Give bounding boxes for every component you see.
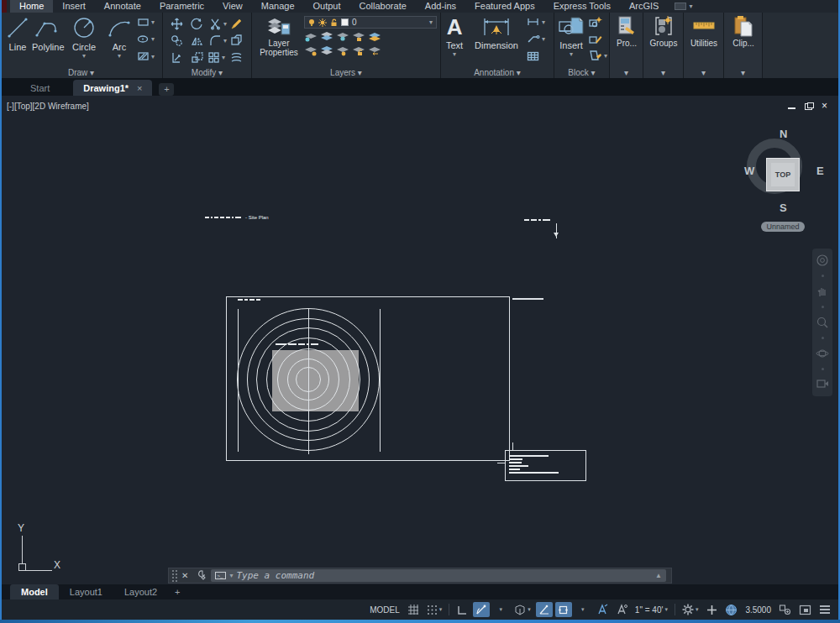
ribbon-tab-featured-apps[interactable]: Featured Apps — [465, 0, 544, 13]
isodraft-toggle[interactable]: ▾ — [512, 602, 533, 617]
viewcube-west[interactable]: W — [744, 165, 754, 177]
line-button[interactable]: Line — [5, 15, 30, 52]
isolate-objects-toggle[interactable] — [776, 602, 794, 617]
draw-panel-caption[interactable]: Draw ▾ — [0, 67, 162, 78]
ribbon-tab-arcgis[interactable]: ArcGIS — [620, 0, 668, 13]
navigation-wheel-icon[interactable] — [816, 254, 829, 267]
ribbon-tab-parametric[interactable]: Parametric — [150, 0, 213, 13]
layer-isolate-tool[interactable] — [320, 31, 336, 45]
new-drawing-button[interactable]: + — [159, 83, 174, 96]
modify-panel-caption[interactable]: Modify ▾ — [163, 67, 251, 78]
annotation-visibility-toggle[interactable] — [594, 602, 611, 617]
layer-unisolate-tool[interactable] — [320, 45, 336, 60]
viewcube-east[interactable]: E — [816, 165, 824, 177]
snap-toggle[interactable]: ▾ — [424, 602, 445, 617]
rectangle-tool[interactable]: ▾ — [137, 18, 155, 27]
utilities-button[interactable]: Utilities — [687, 15, 721, 48]
elevation-value[interactable]: 3.5000 — [743, 602, 774, 617]
layer-thaw-all-tool[interactable] — [336, 45, 352, 60]
command-input[interactable]: >_ ▾ Type a command ▲ — [211, 569, 666, 582]
layer-match-tool[interactable] — [368, 31, 384, 45]
viewcube-north[interactable]: N — [780, 128, 787, 140]
properties-panel-caption[interactable]: ▾ — [610, 67, 643, 78]
ribbon-tab-home[interactable]: Home — [10, 0, 53, 13]
groups-panel-caption[interactable]: ▾ — [643, 67, 683, 78]
arc-button[interactable]: Arc ▾ — [106, 15, 133, 60]
array-tool[interactable]: ▾ — [207, 51, 225, 64]
geographic-location-toggle[interactable] — [722, 602, 740, 617]
chevron-up-icon[interactable]: ▲ — [655, 572, 662, 579]
edit-block-tool[interactable] — [588, 34, 602, 45]
explode-tool[interactable] — [230, 34, 243, 47]
viewport-controls-label[interactable]: [-][Top][2D Wireframe] — [7, 102, 89, 111]
annotation-panel-caption[interactable]: Annotation ▾ — [441, 67, 554, 78]
leader-tool[interactable]: ▾ — [527, 34, 545, 44]
text-button[interactable]: A Text ▾ — [446, 15, 463, 58]
ribbon-tab-view[interactable]: View — [213, 0, 252, 13]
tab-layout2[interactable]: Layout2 — [113, 584, 168, 599]
offset-tool[interactable] — [230, 51, 243, 64]
copy-tool[interactable] — [171, 34, 183, 47]
close-icon[interactable]: × — [822, 102, 830, 110]
ortho-toggle[interactable] — [454, 602, 470, 617]
properties-button[interactable]: Pro... — [612, 15, 641, 48]
tab-layout1[interactable]: Layout1 — [59, 584, 113, 599]
restore-icon[interactable] — [805, 102, 813, 110]
ribbon-display-toggle[interactable]: ▾ — [675, 3, 692, 10]
define-attributes-tool[interactable]: ▾ — [588, 50, 607, 61]
showmotion-icon[interactable] — [816, 378, 829, 390]
groups-button[interactable]: Groups — [648, 15, 680, 48]
circle-button[interactable]: Circle ▾ — [71, 15, 97, 60]
layer-previous-tool[interactable] — [368, 45, 384, 60]
rotate-tool[interactable] — [191, 18, 203, 30]
layer-unlock-tool[interactable] — [352, 45, 368, 60]
clean-screen-toggle[interactable] — [796, 602, 814, 617]
grid-toggle[interactable] — [405, 602, 422, 617]
block-panel-caption[interactable]: Block ▾ — [554, 67, 609, 78]
minimize-icon[interactable] — [788, 102, 796, 110]
linear-dimension-tool[interactable]: ▾ — [527, 18, 545, 26]
object-snap-tracking-toggle[interactable] — [536, 602, 553, 617]
file-tab-start[interactable]: Start — [10, 80, 70, 96]
layer-freeze-tool[interactable] — [336, 31, 352, 45]
workspace-switching[interactable]: ▾ — [680, 602, 701, 617]
pan-icon[interactable] — [816, 285, 829, 298]
layers-panel-caption[interactable]: Layers ▾ — [252, 67, 440, 78]
layer-on-tool[interactable] — [304, 45, 320, 60]
annotation-autoscale-toggle[interactable] — [613, 602, 630, 617]
layer-properties-button[interactable]: Layer Properties — [256, 15, 302, 57]
move-tool[interactable] — [171, 18, 183, 30]
fillet-tool[interactable]: ▾ — [209, 34, 227, 47]
viewcube-ucs-badge[interactable]: Unnamed — [761, 222, 805, 232]
layer-select[interactable]: 0 ▾ — [304, 16, 437, 29]
file-tab-drawing1[interactable]: Drawing1* × — [73, 80, 152, 96]
ribbon-tab-express-tools[interactable]: Express Tools — [544, 0, 620, 13]
polyline-button[interactable]: Polyline — [32, 15, 65, 52]
ribbon-tab-addins[interactable]: Add-ins — [416, 0, 465, 13]
close-icon[interactable]: × — [137, 83, 142, 93]
dimension-button[interactable]: Dimension — [475, 15, 518, 50]
customization-menu[interactable] — [816, 602, 833, 617]
polar-tracking-toggle[interactable] — [473, 602, 490, 617]
zoom-extents-icon[interactable] — [816, 316, 829, 329]
ribbon-tab-annotate[interactable]: Annotate — [95, 0, 150, 13]
annotation-monitor-toggle[interactable] — [703, 602, 720, 617]
layer-off-tool[interactable] — [304, 31, 320, 45]
ellipse-tool[interactable]: ▾ — [137, 34, 155, 44]
drag-handle[interactable] — [172, 570, 177, 582]
customize-wrench-icon[interactable] — [195, 570, 206, 581]
layer-lock-tool[interactable] — [352, 31, 368, 45]
model-paper-toggle[interactable]: MODEL — [367, 602, 402, 617]
ribbon-tab-collaborate[interactable]: Collaborate — [350, 0, 416, 13]
mirror-tool[interactable] — [191, 34, 203, 47]
ribbon-tab-insert[interactable]: Insert — [53, 0, 95, 13]
table-tool[interactable] — [527, 51, 539, 61]
osnap-dropdown[interactable]: ▾ — [575, 602, 591, 617]
ribbon-tab-output[interactable]: Output — [304, 0, 350, 13]
scale-tool[interactable] — [191, 51, 203, 64]
erase-tool[interactable] — [230, 18, 243, 30]
clipboard-button[interactable]: Clip... — [728, 15, 759, 48]
clipboard-panel-caption[interactable]: ▾ — [724, 67, 762, 78]
close-icon[interactable]: ✕ — [181, 571, 188, 580]
create-block-tool[interactable] — [588, 17, 602, 29]
